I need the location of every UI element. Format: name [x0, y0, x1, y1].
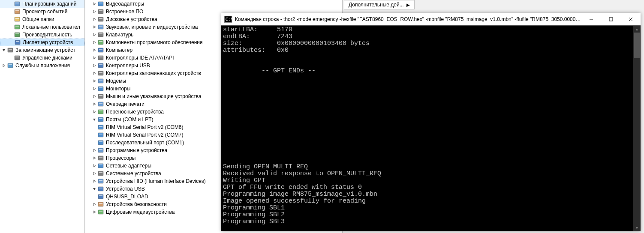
expander-icon[interactable] — [91, 194, 97, 200]
expander-icon[interactable] — [91, 132, 97, 138]
tree-item-label: Управление дисками — [22, 55, 72, 61]
expander-icon[interactable] — [91, 178, 97, 184]
svg-rect-49 — [99, 118, 102, 119]
scroll-up-arrow[interactable]: ▲ — [633, 26, 641, 33]
window-titlebar[interactable]: C:\ Командная строка - thor2 -mode emerg… — [221, 13, 641, 26]
svg-rect-65 — [99, 180, 102, 181]
expander-icon[interactable] — [91, 155, 97, 161]
cpu-icon — [97, 155, 104, 161]
expander-icon[interactable] — [91, 55, 97, 61]
svg-rect-64 — [98, 179, 103, 183]
svg-rect-25 — [99, 26, 102, 27]
port-icon — [97, 124, 104, 131]
svg-rect-40 — [98, 87, 103, 91]
svg-rect-22 — [98, 17, 103, 21]
svg-rect-3 — [15, 10, 19, 11]
expander-icon[interactable] — [1, 63, 7, 69]
mmc-tree-item[interactable]: Производительность — [0, 31, 84, 39]
svg-rect-77 — [609, 18, 613, 21]
svg-rect-11 — [16, 41, 19, 42]
svg-rect-57 — [99, 149, 102, 150]
scroll-down-arrow[interactable]: ▼ — [633, 224, 641, 231]
close-button[interactable] — [621, 13, 641, 26]
expander-icon[interactable] — [91, 63, 97, 69]
mouse-icon — [97, 93, 104, 100]
device-label: Очереди печати — [106, 101, 144, 107]
expander-icon[interactable] — [91, 124, 97, 130]
mmc-navigation-tree: Планировщик заданийПросмотр событийОбщие… — [0, 0, 85, 233]
svg-rect-47 — [99, 111, 102, 111]
svg-rect-42 — [98, 94, 103, 99]
console-scrollbar[interactable]: ▲ ▼ — [633, 26, 641, 231]
svg-rect-17 — [9, 64, 12, 65]
expander-icon[interactable] — [91, 201, 97, 207]
maximize-button[interactable] — [601, 13, 621, 26]
expander-icon[interactable] — [91, 109, 97, 115]
mmc-tree-item[interactable]: Службы и приложения — [0, 62, 84, 69]
mmc-tree-item[interactable]: Просмотр событий — [0, 8, 84, 15]
keyboard-icon — [97, 31, 104, 38]
expander-icon[interactable] — [91, 116, 97, 122]
task-icon — [14, 0, 21, 7]
actions-more-button[interactable]: Дополнительные дей... ▶ — [344, 0, 415, 9]
expander-icon[interactable] — [1, 47, 7, 53]
device-label: Мониторы — [106, 86, 130, 92]
expander-icon[interactable] — [91, 163, 97, 169]
expander-icon[interactable] — [91, 39, 97, 45]
svg-rect-14 — [15, 56, 20, 60]
expander-icon[interactable] — [8, 9, 14, 15]
expander-icon[interactable] — [91, 86, 97, 92]
scrollbar-thumb[interactable] — [634, 33, 640, 58]
security-icon — [97, 201, 104, 208]
svg-rect-55 — [99, 141, 102, 142]
mmc-tree-item[interactable]: Диспетчер устройств — [0, 39, 84, 46]
svg-rect-48 — [98, 117, 103, 122]
device-tree-item[interactable]: Видеоадаптеры — [85, 0, 342, 8]
monitor-icon — [97, 85, 104, 92]
window-title: Командная строка - thor2 -mode emergency… — [235, 16, 581, 22]
expander-icon[interactable] — [8, 32, 14, 38]
mmc-tree-item[interactable]: Запоминающие устройст — [0, 46, 84, 54]
expander-icon[interactable] — [91, 140, 97, 146]
console-output[interactable]: startLBA: 5170 endLBA: 7243 size: 0x0000… — [221, 26, 641, 231]
expander-icon[interactable] — [91, 16, 97, 22]
svg-rect-8 — [15, 33, 20, 37]
device-label: QHSUSB_DLOAD — [106, 194, 148, 200]
svg-rect-34 — [98, 63, 103, 68]
expander-icon[interactable] — [91, 93, 97, 99]
mmc-tree-item[interactable]: Общие папки — [0, 15, 84, 23]
device-label: RIM Virtual Serial Port v2 (COM6) — [106, 124, 184, 130]
svg-rect-26 — [98, 33, 103, 37]
tree-item-label: Локальные пользовател — [22, 24, 80, 30]
mmc-tree-item[interactable]: Управление дисками — [0, 54, 84, 62]
device-label: Компьютер — [106, 47, 132, 53]
expander-icon[interactable] — [91, 9, 97, 15]
expander-icon[interactable] — [8, 39, 14, 45]
svg-rect-37 — [99, 72, 102, 73]
expander-icon[interactable] — [91, 147, 97, 153]
users-icon — [14, 24, 21, 30]
svg-rect-59 — [99, 157, 102, 158]
expander-icon[interactable] — [8, 16, 14, 22]
mmc-tree-item[interactable]: Планировщик заданий — [0, 0, 84, 8]
minimize-button[interactable] — [581, 13, 601, 26]
expander-icon[interactable] — [91, 170, 97, 176]
expander-icon[interactable] — [91, 209, 97, 215]
mmc-tree-item[interactable]: Локальные пользовател — [0, 23, 84, 31]
expander-icon[interactable] — [91, 32, 97, 38]
svg-rect-21 — [99, 10, 102, 11]
expander-icon[interactable] — [8, 24, 14, 30]
expander-icon[interactable] — [91, 1, 97, 7]
expander-icon[interactable] — [8, 1, 14, 7]
svg-rect-62 — [98, 171, 103, 176]
expander-icon[interactable] — [91, 47, 97, 53]
network-icon — [97, 162, 104, 169]
expander-icon[interactable] — [91, 101, 97, 107]
port-icon — [97, 139, 104, 146]
expander-icon[interactable] — [91, 24, 97, 30]
svg-rect-13 — [9, 49, 12, 50]
expander-icon[interactable] — [91, 186, 97, 192]
expander-icon[interactable] — [91, 78, 97, 84]
expander-icon[interactable] — [8, 55, 14, 61]
expander-icon[interactable] — [91, 70, 97, 76]
